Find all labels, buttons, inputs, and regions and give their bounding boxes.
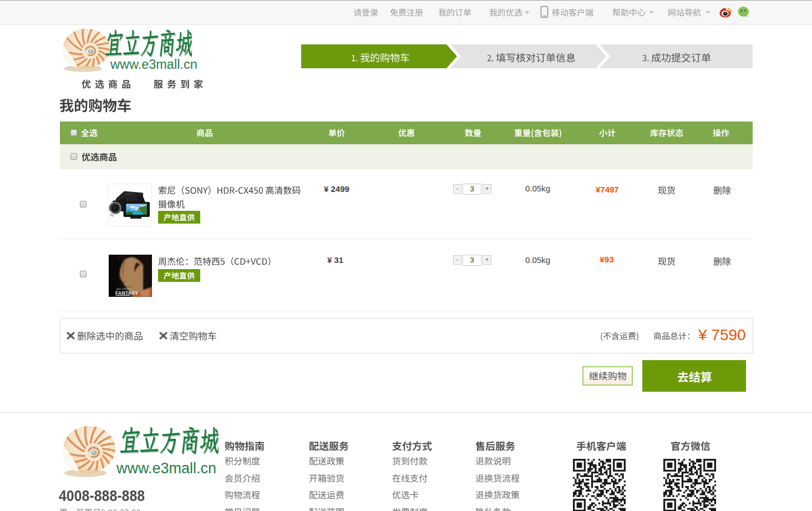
svg-text:LOVE: LOVE xyxy=(137,290,146,293)
svg-text:FANTASY: FANTASY xyxy=(115,290,138,296)
